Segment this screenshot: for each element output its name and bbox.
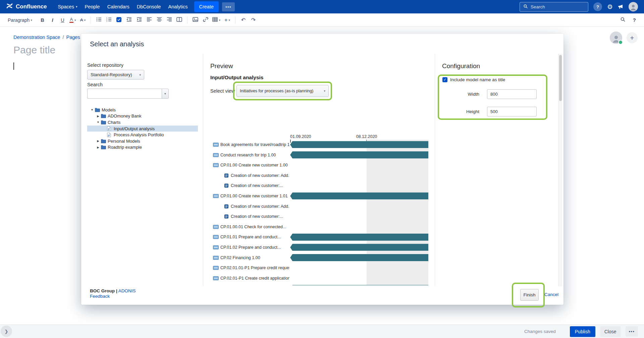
expand-icon[interactable]: ▶: [95, 146, 101, 149]
user-avatar[interactable]: [629, 2, 638, 11]
breadcrumb-space-link[interactable]: Demonstration Space: [13, 35, 60, 40]
redo-button[interactable]: ↷: [249, 15, 258, 25]
gantt-row: Conduct research for trip 1.00: [210, 150, 428, 160]
nav-item-dbconsole[interactable]: DbConsole: [133, 2, 165, 11]
gantt-bar: [290, 254, 428, 261]
adonis-link[interactable]: ADONIS: [118, 288, 136, 293]
editor-help-icon[interactable]: ?: [633, 17, 636, 23]
cancel-link[interactable]: Cancel: [544, 292, 558, 297]
tree-search-label: Search: [87, 82, 103, 87]
global-search-input[interactable]: Search: [520, 2, 588, 12]
scrollbar-thumb[interactable]: [559, 55, 562, 101]
nav-item-calendars[interactable]: Calendars: [104, 2, 133, 11]
nav-item-spaces[interactable]: Spaces ▾: [54, 2, 81, 11]
include-title-checkbox[interactable]: ✓: [442, 77, 447, 82]
folder-icon: [101, 139, 107, 143]
nav-item-label: Calendars: [107, 4, 129, 9]
process-icon: [213, 194, 219, 198]
breadcrumb-pages-link[interactable]: Pages: [66, 35, 80, 40]
bullet-list-button[interactable]: [94, 15, 104, 25]
insert-image-button[interactable]: [191, 15, 200, 25]
align-right-button[interactable]: [164, 15, 174, 25]
chevron-down-icon: ▾: [74, 18, 76, 22]
tree-item-roadtrip-example[interactable]: ▶Roadtrip example: [87, 144, 198, 151]
breadcrumb-separator: /: [62, 35, 64, 40]
underline-button[interactable]: U: [58, 15, 67, 25]
insert-table-button[interactable]: ▾: [211, 15, 222, 25]
nav-more-button[interactable]: ●●●: [222, 2, 235, 11]
paragraph-style-dropdown[interactable]: Paragraph ▾: [5, 15, 35, 25]
nav-item-people[interactable]: People: [81, 2, 103, 11]
gantt-date-label: 01.09.2020: [290, 134, 311, 139]
tree-item-input-output-analysis[interactable]: Input/Output analysis: [87, 126, 198, 132]
more-formatting-button[interactable]: A ▾: [78, 15, 88, 25]
gantt-row: CP.01.00 Create new customer 1.01: [210, 191, 428, 201]
gantt-row-label: Conduct research for trip 1.00: [220, 153, 276, 157]
indent-button[interactable]: [134, 15, 144, 25]
preview-model-title: Input/Output analysis: [210, 75, 263, 81]
outdent-button[interactable]: [124, 15, 134, 25]
collapse-icon[interactable]: ▼: [89, 108, 95, 111]
tree-item-personal-models[interactable]: ▶Personal Models: [87, 138, 198, 144]
confluence-app: Confluence Spaces ▾ People Calendars DbC…: [0, 0, 644, 338]
editor-caret: [13, 62, 14, 70]
editor-more-button[interactable]: ●●●: [626, 326, 638, 337]
view-dropdown[interactable]: Initiatives for processes (as-is plannin…: [236, 85, 329, 97]
insert-more-button[interactable]: + ▾: [222, 15, 232, 25]
nav-item-analytics[interactable]: Analytics: [164, 2, 191, 11]
tree-search-box: ▾: [87, 89, 169, 99]
expand-icon[interactable]: ▶: [95, 139, 101, 143]
dialog-scrollbar[interactable]: [558, 54, 562, 286]
page-layout-button[interactable]: [174, 15, 184, 25]
gantt-bar: [290, 285, 428, 285]
search-dropdown-button[interactable]: ▾: [162, 89, 169, 99]
tree-item-charts[interactable]: ▼Charts: [87, 119, 198, 126]
repository-dropdown[interactable]: Standard-Repository) ▾: [87, 70, 144, 80]
text-color-button[interactable]: A ▾: [68, 15, 78, 25]
task-list-button[interactable]: [114, 15, 124, 25]
sidebar-expand-button[interactable]: ❯: [1, 326, 12, 337]
help-icon[interactable]: ?: [593, 2, 602, 11]
numbered-list-button[interactable]: 123: [104, 15, 114, 25]
repository-tree: ▼Models▶ADOmoney Bank▼ChartsInput/Output…: [87, 107, 198, 150]
gantt-row: Book agreements for travel/roadtrip 1.00: [210, 140, 428, 150]
bold-button[interactable]: B: [38, 15, 47, 25]
bold-icon: B: [41, 17, 44, 23]
find-replace-icon[interactable]: [620, 17, 626, 23]
invite-button[interactable]: +: [627, 32, 638, 43]
collapse-icon[interactable]: ▼: [95, 120, 101, 124]
gantt-row-label: CP.01.01 Prepare and conduct...: [220, 235, 281, 239]
tree-item-models[interactable]: ▼Models: [87, 107, 198, 113]
feedback-link[interactable]: Feedback: [90, 294, 110, 299]
undo-button[interactable]: ↶: [238, 15, 248, 25]
editor-toolbar: Paragraph ▾ B I U A ▾ A ▾ 123 ▾ +: [0, 13, 644, 27]
width-input[interactable]: [487, 89, 537, 99]
vendor-name: BOC Group |: [90, 288, 117, 293]
italic-button[interactable]: I: [48, 15, 57, 25]
task-checkbox-icon: [116, 17, 121, 23]
panel-divider: [435, 54, 435, 286]
repository-value: Standard-Repository): [91, 72, 132, 77]
finish-button[interactable]: Finish: [520, 289, 539, 301]
collaborator-avatar[interactable]: [610, 32, 622, 44]
tree-search-input[interactable]: [87, 89, 162, 99]
page-title-placeholder[interactable]: Page title: [13, 44, 55, 56]
subprocess-icon: [224, 174, 228, 178]
process-icon: [213, 266, 219, 270]
height-input[interactable]: [487, 107, 537, 116]
insert-link-button[interactable]: [201, 15, 210, 25]
tree-item-adomoney-bank[interactable]: ▶ADOmoney Bank: [87, 113, 198, 119]
publish-button[interactable]: Publish: [570, 326, 595, 337]
close-button[interactable]: Close: [600, 326, 621, 337]
gear-icon[interactable]: ⚙: [607, 4, 613, 10]
create-button[interactable]: Create: [194, 1, 219, 12]
expand-icon[interactable]: ▶: [95, 114, 101, 118]
changes-saved-text: Changes saved: [524, 329, 556, 334]
align-left-button[interactable]: [144, 15, 154, 25]
tree-item-process-analysis-portfolio[interactable]: Process Analysis Portfolio: [87, 132, 198, 138]
megaphone-icon[interactable]: [618, 4, 624, 9]
align-center-button[interactable]: [154, 15, 164, 25]
confluence-home-link[interactable]: Confluence: [6, 2, 47, 11]
tree-item-label: ADOmoney Bank: [108, 113, 141, 118]
process-icon: [213, 276, 219, 280]
